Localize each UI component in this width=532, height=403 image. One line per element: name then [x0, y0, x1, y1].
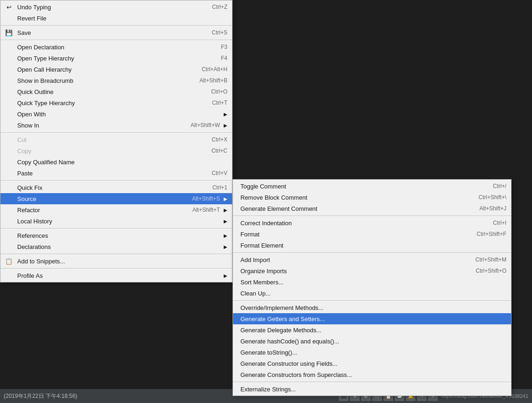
- menu-shortcut-generate-element-comment: Alt+Shift+J: [479, 205, 506, 212]
- menu-label-references: References: [17, 232, 220, 239]
- menu-label-override-implement: Override/Implement Methods...: [240, 304, 506, 311]
- menu-label-quick-fix: Quick Fix: [17, 184, 203, 191]
- menu-separator-r1: [233, 215, 511, 216]
- menu-shortcut-format: Ctrl+Shift+F: [477, 231, 506, 237]
- menu-item-refactor[interactable]: Refactor Alt+Shift+T ▶: [0, 204, 232, 215]
- menu-label-format-element: Format Element: [240, 242, 506, 249]
- menu-item-toggle-comment[interactable]: Toggle Comment Ctrl+/: [233, 181, 511, 192]
- save-icon: 💾: [4, 28, 13, 37]
- menu-item-format-element[interactable]: Format Element: [233, 240, 511, 251]
- menu-label-undo-typing: Undo Typing: [17, 4, 203, 11]
- menu-item-show-breadcrumb[interactable]: Show in Breadcrumb Alt+Shift+B: [0, 75, 232, 86]
- menu-label-clean-up: Clean Up...: [240, 290, 506, 297]
- menu-item-save[interactable]: 💾 Save Ctrl+S: [0, 27, 232, 38]
- menu-separator-r4: [233, 382, 511, 382]
- menu-item-format[interactable]: Format Ctrl+Shift+F: [233, 228, 511, 240]
- menu-label-paste: Paste: [17, 170, 202, 177]
- menu-label-format: Format: [240, 231, 467, 238]
- menu-item-open-declaration[interactable]: Open Declaration F3: [0, 41, 232, 53]
- menu-label-copy: Copy: [17, 148, 202, 154]
- menu-item-copy-qualified-name[interactable]: Copy Qualified Name: [0, 156, 232, 168]
- menu-item-generate-element-comment[interactable]: Generate Element Comment Alt+Shift+J: [233, 203, 511, 214]
- menu-item-clean-up[interactable]: Clean Up...: [233, 288, 511, 299]
- menu-label-quick-outline: Quick Outline: [17, 88, 202, 95]
- menu-item-remove-block-comment[interactable]: Remove Block Comment Ctrl+Shift+\: [233, 192, 511, 203]
- menu-item-open-with[interactable]: Open With ▶: [0, 108, 232, 120]
- menu-separator-3: [0, 132, 232, 133]
- open-with-arrow: ▶: [224, 112, 227, 117]
- profile-as-arrow: ▶: [224, 273, 227, 278]
- menu-shortcut-quick-outline: Ctrl+O: [211, 88, 227, 95]
- menu-item-generate-tostring[interactable]: Generate toString()...: [233, 347, 511, 358]
- menu-label-open-with: Open With: [17, 111, 220, 118]
- undo-icon: ↩: [4, 2, 13, 12]
- menu-item-open-type-hierarchy[interactable]: Open Type Hierarchy F4: [0, 53, 232, 64]
- menu-label-generate-tostring: Generate toString()...: [240, 349, 506, 356]
- context-menu-left: ↩ Undo Typing Ctrl+Z Revert File 💾 Save …: [0, 0, 233, 282]
- menu-separator-2: [0, 40, 232, 40]
- menu-item-generate-constructors-superclass[interactable]: Generate Constructors from Superclass...: [233, 369, 511, 380]
- menu-item-source[interactable]: Source Alt+Shift+S ▶: [0, 193, 232, 204]
- declarations-arrow: ▶: [224, 244, 227, 249]
- menu-separator-1: [0, 25, 232, 26]
- menu-shortcut-open-declaration: F3: [221, 44, 227, 50]
- menu-item-correct-indentation[interactable]: Correct Indentation Ctrl+I: [233, 217, 511, 228]
- menu-item-revert-file[interactable]: Revert File: [0, 13, 232, 24]
- menu-label-remove-block-comment: Remove Block Comment: [240, 194, 469, 201]
- menu-separator-6: [0, 254, 232, 254]
- menu-label-add-import: Add Import: [240, 256, 466, 263]
- menu-item-quick-fix[interactable]: Quick Fix Ctrl+1: [0, 182, 232, 193]
- menu-label-open-call-hierarchy: Open Call Hierarchy: [17, 66, 193, 73]
- menu-item-cut[interactable]: Cut Ctrl+X: [0, 134, 232, 145]
- menu-item-organize-imports[interactable]: Organize Imports Ctrl+Shift+O: [233, 265, 511, 276]
- menu-label-generate-hashcode-equals: Generate hashCode() and equals()...: [240, 338, 506, 345]
- menu-item-add-import[interactable]: Add Import Ctrl+Shift+M: [233, 254, 511, 265]
- menu-label-generate-constructor-fields: Generate Constructor using Fields...: [240, 360, 506, 367]
- menu-item-open-call-hierarchy[interactable]: Open Call Hierarchy Ctrl+Alt+H: [0, 64, 232, 75]
- menu-label-save: Save: [17, 29, 202, 36]
- local-history-arrow: ▶: [224, 219, 227, 224]
- menu-label-generate-getters-setters: Generate Getters and Setters...: [240, 316, 506, 322]
- source-arrow: ▶: [224, 196, 227, 202]
- context-menu-right: Toggle Comment Ctrl+/ Remove Block Comme…: [233, 179, 512, 396]
- menu-item-quick-type-hierarchy[interactable]: Quick Type Hierarchy Ctrl+T: [0, 97, 232, 108]
- menu-item-generate-getters-setters[interactable]: Generate Getters and Setters...: [233, 313, 511, 324]
- menu-item-sort-members[interactable]: Sort Members...: [233, 276, 511, 288]
- menu-label-show-in: Show In: [17, 122, 181, 129]
- menu-shortcut-undo-typing: Ctrl+Z: [212, 4, 227, 10]
- menu-label-correct-indentation: Correct Indentation: [240, 220, 484, 227]
- menu-item-declarations[interactable]: Declarations ▶: [0, 241, 232, 252]
- menu-separator-r3: [233, 300, 511, 301]
- menu-label-source: Source: [17, 195, 183, 202]
- menu-item-generate-delegate-methods[interactable]: Generate Delegate Methods...: [233, 324, 511, 336]
- menu-label-toggle-comment: Toggle Comment: [240, 183, 484, 190]
- menu-item-add-snippets[interactable]: 📋 Add to Snippets...: [0, 255, 232, 267]
- menu-shortcut-copy: Ctrl+C: [212, 148, 227, 154]
- menu-item-paste[interactable]: Paste Ctrl+V: [0, 168, 232, 179]
- menu-label-generate-element-comment: Generate Element Comment: [240, 205, 470, 212]
- menu-label-copy-qualified-name: Copy Qualified Name: [17, 159, 227, 166]
- menu-label-refactor: Refactor: [17, 207, 183, 214]
- menu-label-externalize-strings: Externalize Strings...: [240, 386, 506, 393]
- menu-shortcut-paste: Ctrl+V: [212, 170, 227, 176]
- menu-item-externalize-strings[interactable]: Externalize Strings...: [233, 383, 511, 395]
- references-arrow: ▶: [224, 233, 227, 238]
- menu-separator-5: [0, 228, 232, 228]
- menu-item-local-history[interactable]: Local History ▶: [0, 215, 232, 227]
- menu-item-quick-outline[interactable]: Quick Outline Ctrl+O: [0, 86, 232, 97]
- menu-label-organize-imports: Organize Imports: [240, 268, 466, 275]
- menu-item-generate-constructor-fields[interactable]: Generate Constructor using Fields...: [233, 358, 511, 369]
- menu-item-copy[interactable]: Copy Ctrl+C: [0, 145, 232, 156]
- menu-item-override-implement[interactable]: Override/Implement Methods...: [233, 302, 511, 313]
- menu-label-local-history: Local History: [17, 218, 220, 225]
- menu-item-generate-hashcode-equals[interactable]: Generate hashCode() and equals()...: [233, 336, 511, 347]
- menu-label-profile-as: Profile As: [17, 272, 220, 279]
- menu-shortcut-open-call-hierarchy: Ctrl+Alt+H: [202, 66, 227, 73]
- menu-item-undo-typing[interactable]: ↩ Undo Typing Ctrl+Z: [0, 1, 232, 13]
- menu-shortcut-open-type-hierarchy: F4: [221, 55, 227, 61]
- menu-item-show-in[interactable]: Show In Alt+Shift+W ▶: [0, 120, 232, 131]
- menu-item-references[interactable]: References ▶: [0, 230, 232, 241]
- menu-separator-4: [0, 180, 232, 181]
- menu-shortcut-save: Ctrl+S: [212, 29, 227, 36]
- menu-item-profile-as[interactable]: Profile As ▶: [0, 270, 232, 281]
